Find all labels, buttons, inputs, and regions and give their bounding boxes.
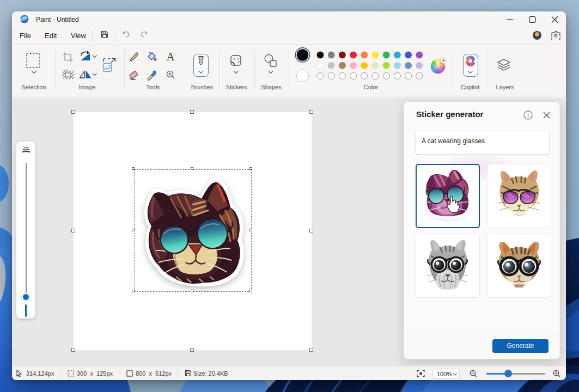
svg-text:A: A bbox=[166, 50, 175, 63]
